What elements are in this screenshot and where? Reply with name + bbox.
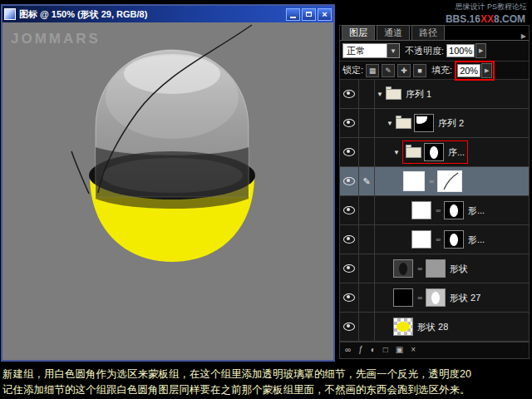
layer-row-shape-c[interactable]: ∞ 形状 (340, 254, 529, 283)
layer-thumbnail[interactable] (393, 288, 413, 307)
layer-thumbnail[interactable] (411, 201, 431, 219)
layer-thumbnail[interactable] (393, 318, 413, 336)
mask-thumbnail[interactable] (444, 230, 464, 249)
layers-panel: 图层 通道 路径 ▶ 正常 ▼ 不透明度: 100% ▶ 锁定: ▦ ✎ ✚ ■… (339, 25, 530, 359)
opacity-slider-button[interactable]: ▶ (475, 43, 486, 58)
forum-watermark: 思缘设计 PS教程论坛 BBS.16XX8.COM (337, 0, 532, 24)
visibility-toggle[interactable] (340, 225, 359, 254)
restore-icon (306, 12, 312, 17)
link-column (359, 254, 375, 283)
mask-shape (430, 146, 438, 159)
visibility-toggle[interactable] (340, 313, 359, 341)
link-column (359, 196, 375, 224)
fill-input[interactable]: 20% (457, 64, 480, 77)
mask-thumbnail[interactable] (426, 259, 446, 278)
link-column (359, 80, 375, 108)
visibility-toggle[interactable] (340, 283, 359, 312)
caption: 新建组，用白色圆角作为选区来蒙板组，在这个组里添加透明玻璃罩的细节，先画一个反光… (0, 365, 532, 399)
layer-thumbnail[interactable] (411, 230, 431, 249)
expand-triangle-icon[interactable]: ▼ (377, 91, 383, 98)
document-window: 图标 @ 150% (形状 29, RGB/8) × JOMMARS (1, 4, 335, 362)
link-layers-button[interactable]: ∞ (345, 345, 351, 354)
lock-label: 锁定: (342, 64, 363, 76)
new-layer-button[interactable]: ▣ (396, 345, 403, 354)
lock-paint-icon[interactable]: ✎ (382, 64, 395, 77)
restore-button[interactable] (302, 8, 316, 21)
link-icon: ∞ (416, 265, 424, 273)
visibility-toggle[interactable] (340, 196, 359, 224)
highlight-box: 序... (402, 140, 468, 164)
expand-triangle-icon[interactable]: ▼ (387, 120, 393, 127)
link-icon: ∞ (434, 207, 442, 214)
opacity-input[interactable]: 100% (446, 44, 475, 57)
caption-line1: 新建组，用白色圆角作为选区来蒙板组，在这个组里添加透明玻璃罩的细节，先画一个反光… (2, 367, 530, 382)
layer-row-active[interactable]: ✎ ∞ (340, 167, 529, 196)
eye-icon (343, 293, 355, 302)
layer-name[interactable]: 序列 2 (438, 117, 464, 130)
blend-mode-select[interactable]: 正常 ▼ (342, 43, 400, 58)
eye-icon (343, 323, 355, 331)
visibility-toggle[interactable] (340, 80, 359, 108)
visibility-toggle[interactable] (340, 167, 359, 195)
new-group-button[interactable]: □ (383, 345, 388, 354)
panel-footer: ∞ ƒ ◐ □ ▣ × (340, 342, 529, 356)
chevron-down-icon: ▼ (387, 44, 399, 57)
tab-paths[interactable]: 路径 (411, 25, 445, 40)
visibility-toggle[interactable] (340, 109, 359, 137)
visibility-toggle[interactable] (340, 138, 359, 166)
link-icon: ∞ (427, 178, 436, 185)
layer-thumbnail[interactable] (403, 171, 425, 191)
mask-thumbnail[interactable] (437, 170, 462, 192)
link-column (359, 109, 375, 137)
layer-name[interactable]: 序列 1 (406, 88, 431, 101)
link-column (359, 138, 375, 166)
watermark-url-pre: BBS.16 (446, 13, 480, 24)
eye-icon (343, 264, 355, 273)
group-mask-thumbnail[interactable] (414, 114, 434, 132)
group-mask-thumbnail[interactable] (424, 143, 444, 161)
layer-row-shape-b[interactable]: ∞ 形... (340, 225, 529, 254)
close-button[interactable]: × (318, 8, 332, 21)
canvas[interactable]: JOMMARS (2, 22, 333, 360)
layer-thumbnail[interactable] (393, 259, 413, 278)
mask-shape (431, 292, 440, 304)
expand-triangle-icon[interactable]: ▼ (393, 149, 400, 156)
mask-curve (438, 171, 461, 191)
layer-row-shape28[interactable]: 形状 28 (340, 313, 529, 342)
folder-icon (396, 118, 411, 129)
layer-row-group2[interactable]: ▼ 序列 2 (340, 109, 529, 138)
brush-indicator: ✎ (359, 167, 375, 195)
layer-name[interactable]: 形... (468, 234, 485, 246)
layer-name[interactable]: 序... (448, 146, 465, 159)
lock-position-icon[interactable]: ✚ (397, 64, 411, 77)
shape-preview (397, 322, 410, 332)
capsule-artwork (2, 22, 333, 360)
opacity-label: 不透明度: (405, 45, 444, 57)
layer-name[interactable]: 形状 28 (417, 321, 448, 333)
delete-layer-button[interactable]: × (411, 345, 416, 354)
link-column (359, 283, 375, 312)
layer-name[interactable]: 形状 (450, 263, 468, 275)
minimize-button[interactable] (286, 8, 300, 21)
layer-name[interactable]: 形... (468, 204, 485, 217)
add-mask-button[interactable]: ◐ (371, 345, 376, 354)
fill-highlight-box: 20% ▶ (455, 61, 495, 81)
document-icon (4, 8, 16, 20)
layer-name[interactable]: 形状 27 (450, 292, 480, 304)
mask-thumbnail[interactable] (426, 288, 446, 307)
tab-channels[interactable]: 通道 (377, 25, 410, 40)
layer-style-button[interactable]: ƒ (358, 345, 363, 354)
mask-thumbnail[interactable] (444, 201, 464, 219)
layer-row-shape-a[interactable]: ∞ 形... (340, 196, 529, 225)
layer-row-group3[interactable]: ▼ 序... (340, 138, 529, 167)
lock-all-icon[interactable]: ■ (413, 64, 426, 77)
layer-row-group1[interactable]: ▼ 序列 1 (340, 80, 529, 109)
document-titlebar[interactable]: 图标 @ 150% (形状 29, RGB/8) × (2, 6, 333, 22)
lock-transparency-icon[interactable]: ▦ (366, 64, 379, 77)
watermark-url-post: 8.COM (494, 13, 525, 24)
layer-row-shape27[interactable]: ∞ 形状 27 (340, 283, 529, 313)
visibility-toggle[interactable] (340, 254, 359, 283)
panel-menu-button[interactable]: ▶ (521, 32, 526, 40)
tab-layers[interactable]: 图层 (342, 25, 375, 40)
fill-slider-button[interactable]: ▶ (481, 63, 492, 78)
